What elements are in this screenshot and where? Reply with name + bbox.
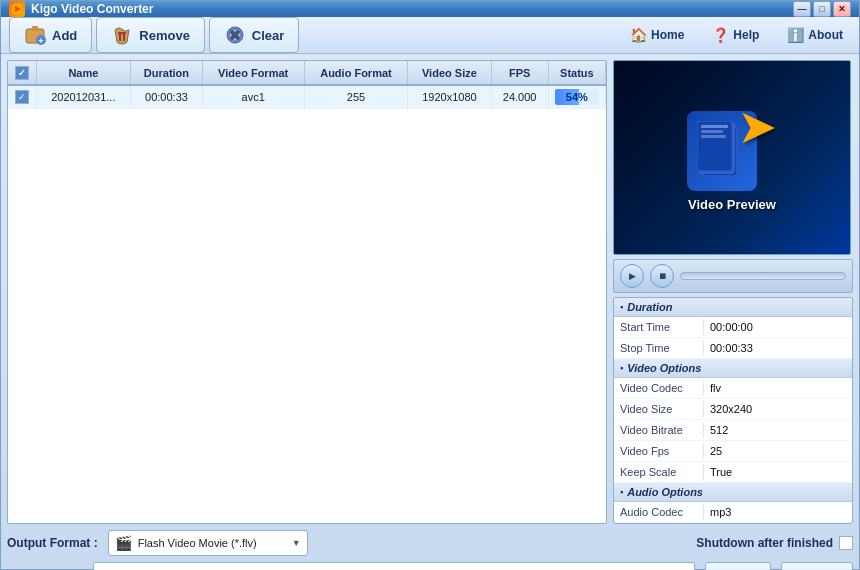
app-icon xyxy=(9,1,25,17)
start-time-row: Start Time 00:00:00 xyxy=(614,317,852,338)
add-icon: + xyxy=(24,24,46,46)
preview-logo: ➤ xyxy=(687,103,777,193)
row-audio-format: 255 xyxy=(304,85,408,109)
shutdown-label: Shutdown after finished xyxy=(696,536,833,550)
svg-rect-15 xyxy=(701,135,726,138)
content-row: ✓ Name Duration Video Format Audio Forma… xyxy=(7,60,853,524)
preview-box: ➤ Video Preview xyxy=(613,60,851,255)
row-checkbox[interactable]: ✓ xyxy=(15,90,29,104)
home-label: Home xyxy=(651,28,684,42)
main-window: Kigo Video Converter — □ ✕ + Add xyxy=(0,0,860,570)
location-button[interactable]: Location xyxy=(781,562,853,570)
dropdown-arrow-icon: ▼ xyxy=(292,538,301,548)
remove-label: Remove xyxy=(139,28,190,43)
video-bitrate-row: Video Bitrate 512 xyxy=(614,420,852,441)
browse-button[interactable]: Browse xyxy=(705,562,771,570)
add-button[interactable]: + Add xyxy=(9,17,92,53)
nav-buttons: 🏠 Home ❓ Help ℹ️ About xyxy=(622,23,851,47)
play-button[interactable]: ▶ xyxy=(620,264,644,288)
table-row[interactable]: ✓ 202012031... 00:00:33 avc1 255 1920x10… xyxy=(8,85,606,109)
remove-button[interactable]: Remove xyxy=(96,17,205,53)
audio-codec-key: Audio Codec xyxy=(614,504,704,520)
row-video-format: avc1 xyxy=(202,85,304,109)
video-codec-key: Video Codec xyxy=(614,380,704,396)
output-path-row: Output Path : Browse Location xyxy=(7,562,853,570)
clear-icon xyxy=(224,24,246,46)
col-status: Status xyxy=(548,61,605,85)
window-controls: — □ ✕ xyxy=(793,1,851,17)
svg-rect-14 xyxy=(701,130,723,133)
format-text: Flash Video Movie (*.flv) xyxy=(138,537,286,549)
stop-time-val: 00:00:33 xyxy=(704,340,852,356)
main-content: ✓ Name Duration Video Format Audio Forma… xyxy=(1,54,859,570)
video-fps-val: 25 xyxy=(704,443,852,459)
shutdown-row: Shutdown after finished xyxy=(696,536,853,550)
row-checkbox-cell: ✓ xyxy=(8,85,36,109)
video-codec-row: Video Codec flv xyxy=(614,378,852,399)
video-bitrate-val: 512 xyxy=(704,422,852,438)
audio-codec-row: Audio Codec mp3 xyxy=(614,502,852,523)
progress-bar: 54% xyxy=(555,89,599,105)
clear-label: Clear xyxy=(252,28,285,43)
bottom-controls: Output Format : 🎬 Flash Video Movie (*.f… xyxy=(7,530,853,570)
col-video-format: Video Format xyxy=(202,61,304,85)
close-button[interactable]: ✕ xyxy=(833,1,851,17)
shutdown-checkbox[interactable] xyxy=(839,536,853,550)
home-icon: 🏠 xyxy=(630,27,647,43)
remove-icon xyxy=(111,24,133,46)
right-panel: ➤ Video Preview ▶ ⏹ xyxy=(613,60,853,524)
video-options-section-header: ▪ Video Options xyxy=(614,359,852,378)
format-select[interactable]: 🎬 Flash Video Movie (*.flv) ▼ xyxy=(108,530,308,556)
maximize-button[interactable]: □ xyxy=(813,1,831,17)
pause-button[interactable]: ⏹ xyxy=(650,264,674,288)
video-codec-val: flv xyxy=(704,380,852,396)
start-time-val: 00:00:00 xyxy=(704,319,852,335)
svg-rect-3 xyxy=(32,26,38,31)
flash-icon: 🎬 xyxy=(115,535,132,551)
clear-button[interactable]: Clear xyxy=(209,17,300,53)
about-label: About xyxy=(808,28,843,42)
col-checkbox: ✓ xyxy=(8,61,36,85)
col-audio-format: Audio Format xyxy=(304,61,408,85)
video-size-val: 320x240 xyxy=(704,401,852,417)
stop-time-row: Stop Time 00:00:33 xyxy=(614,338,852,359)
select-all-checkbox[interactable]: ✓ xyxy=(15,66,29,80)
preview-label: Video Preview xyxy=(688,197,776,212)
video-size-row: Video Size 320x240 xyxy=(614,399,852,420)
audio-codec-val: mp3 xyxy=(704,504,852,520)
audio-options-section-header: ▪ Audio Options xyxy=(614,483,852,502)
pause-icon: ⏹ xyxy=(658,271,667,281)
seek-bar[interactable] xyxy=(680,272,846,280)
format-label: Output Format : xyxy=(7,536,98,550)
help-icon: ❓ xyxy=(712,27,729,43)
svg-rect-12 xyxy=(697,121,732,171)
row-duration: 00:00:33 xyxy=(131,85,202,109)
keep-scale-val: True xyxy=(704,464,852,480)
row-status: 54% xyxy=(548,85,605,109)
minimize-button[interactable]: — xyxy=(793,1,811,17)
path-input[interactable] xyxy=(93,562,695,570)
play-icon: ▶ xyxy=(629,271,636,281)
video-bitrate-key: Video Bitrate xyxy=(614,422,704,438)
help-button[interactable]: ❓ Help xyxy=(704,23,767,47)
col-name: Name xyxy=(36,61,131,85)
window-title: Kigo Video Converter xyxy=(31,2,793,16)
preview-arrow-icon: ➤ xyxy=(737,103,777,151)
audio-options-label: Audio Options xyxy=(627,486,703,498)
home-button[interactable]: 🏠 Home xyxy=(622,23,692,47)
file-table: ✓ Name Duration Video Format Audio Forma… xyxy=(8,61,606,109)
video-fps-key: Video Fps xyxy=(614,443,704,459)
title-bar: Kigo Video Converter — □ ✕ xyxy=(1,1,859,17)
col-video-size: Video Size xyxy=(408,61,491,85)
video-options-label: Video Options xyxy=(627,362,701,374)
progress-text: 54% xyxy=(566,91,588,103)
video-fps-row: Video Fps 25 xyxy=(614,441,852,462)
video-collapse-icon: ▪ xyxy=(620,363,623,373)
row-video-size: 1920x1080 xyxy=(408,85,491,109)
keep-scale-row: Keep Scale True xyxy=(614,462,852,483)
about-button[interactable]: ℹ️ About xyxy=(779,23,851,47)
start-time-key: Start Time xyxy=(614,319,704,335)
video-size-key: Video Size xyxy=(614,401,704,417)
keep-scale-key: Keep Scale xyxy=(614,464,704,480)
row-name: 202012031... xyxy=(36,85,131,109)
